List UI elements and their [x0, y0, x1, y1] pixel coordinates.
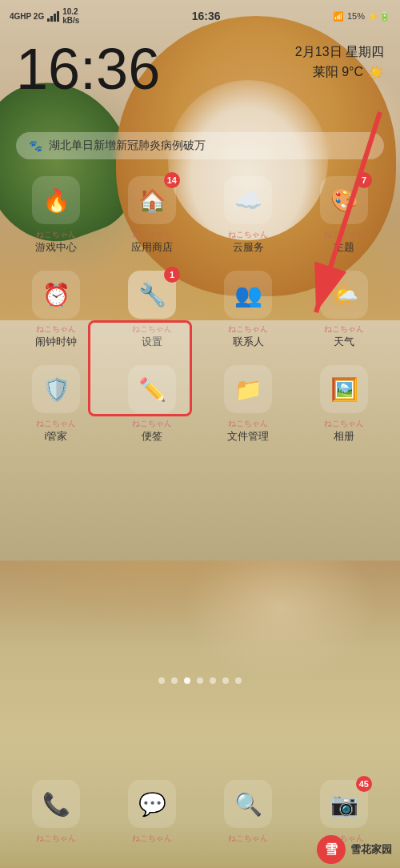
- app-sublabel-notes: ねこちゃん: [132, 418, 172, 429]
- app-icon-contacts: 👥: [224, 271, 272, 319]
- dock-messages[interactable]: 💬 ねこちゃん: [112, 780, 192, 844]
- app-icon-wrapper-game: 🔥: [32, 176, 80, 224]
- app-clock[interactable]: ⏰ ねこちゃん 闹钟时钟: [16, 271, 96, 349]
- status-time: 16:36: [192, 10, 221, 22]
- app-row-3: 🛡️ ねこちゃん i管家 ✏️ ねこちゃん 便签 📁 ねこちゃん 文件管理 🖼️…: [8, 365, 392, 444]
- app-security[interactable]: 🛡️ ねこちゃん i管家: [16, 365, 96, 444]
- app-label-gallery: 相册: [334, 429, 354, 444]
- dock-icon-wrapper-phone: 📞: [32, 780, 80, 828]
- app-label-cloud: 云服务: [233, 240, 264, 255]
- app-sublabel-theme: ねこちゃん: [324, 229, 364, 240]
- dock-icon-wrapper-camera: 📷 45: [320, 780, 368, 828]
- weather-location-temp: 莱阳 9°C: [313, 64, 363, 81]
- dock-camera[interactable]: 📷 45 ねこちゃん: [304, 780, 384, 844]
- badge-appstore: 14: [164, 172, 180, 188]
- app-label-notes: 便签: [142, 429, 162, 444]
- page-dot-6[interactable]: [222, 677, 229, 684]
- dock-phone[interactable]: 📞 ねこちゃん: [16, 780, 96, 844]
- app-icon-wrapper-gallery: 🖼️: [320, 365, 368, 413]
- battery-level: 15%: [347, 11, 365, 21]
- status-bar: 4GHP 2G 10.2kB/s 16:36 📶 15% ⚡🔋: [0, 0, 400, 32]
- dock-icon-phone: 📞: [32, 780, 80, 828]
- app-sublabel-appstore: ねこちゃん: [132, 229, 172, 240]
- settings-highlight-box: [88, 320, 192, 416]
- app-label-theme: 主题: [334, 240, 354, 255]
- app-sublabel-clock: ねこちゃん: [36, 323, 76, 335]
- news-icon: 🐾: [29, 139, 42, 152]
- app-sublabel-game: ねこちゃん: [36, 229, 76, 240]
- wifi-icon: 📶: [333, 11, 344, 22]
- weather-display: 莱阳 9°C ☀️: [295, 64, 384, 81]
- dock-sublabel-phone: ねこちゃん: [36, 833, 76, 844]
- app-sublabel-files: ねこちゃん: [228, 418, 268, 429]
- dock-icon-wrapper-browser: 🔍: [224, 780, 272, 828]
- status-left: 4GHP 2G 10.2kB/s: [10, 7, 79, 25]
- app-contacts[interactable]: 👥 ねこちゃん 联系人: [208, 271, 288, 349]
- app-icon-wrapper-theme: 🎨 7: [320, 176, 368, 224]
- dock-sublabel-browser: ねこちゃん: [228, 833, 268, 844]
- app-icon-wrapper-cloud: ☁️: [224, 176, 272, 224]
- app-label-weather: 天气: [334, 335, 354, 349]
- app-icon-clock: ⏰: [32, 271, 80, 319]
- page-dot-7[interactable]: [235, 677, 242, 684]
- app-label-security: i管家: [45, 429, 68, 444]
- app-label-clock: 闹钟时钟: [35, 335, 77, 349]
- app-appstore[interactable]: 🏠 14 ねこちゃん 应用商店: [112, 176, 192, 255]
- signal-bars: [47, 10, 59, 22]
- app-row-2: ⏰ ねこちゃん 闹钟时钟 🔧 1 ねこちゃん 设置 👥 ねこちゃん 联系人 🌤️…: [8, 271, 392, 349]
- app-label-appstore: 应用商店: [131, 240, 173, 255]
- status-right: 📶 15% ⚡🔋: [333, 11, 390, 22]
- app-grid: 🔥 ねこちゃん 游戏中心 🏠 14 ねこちゃん 应用商店 ☁️ ねこちゃん 云服…: [0, 176, 400, 460]
- watermark-logo: 雪: [317, 835, 346, 864]
- app-icon-gallery: 🖼️: [320, 365, 368, 413]
- dock-icon-browser: 🔍: [224, 780, 272, 828]
- page-dot-4[interactable]: [197, 677, 203, 684]
- page-dots: [0, 677, 400, 684]
- app-icon-wrapper-clock: ⏰: [32, 271, 80, 319]
- app-icon-security: 🛡️: [32, 365, 80, 413]
- page-dot-2[interactable]: [171, 677, 178, 684]
- watermark-site: 雪花家园: [350, 842, 392, 857]
- app-label-contacts: 联系人: [233, 335, 264, 349]
- page-dot-1[interactable]: [158, 677, 165, 684]
- app-icon-wrapper-security: 🛡️: [32, 365, 80, 413]
- data-speed: 10.2kB/s: [62, 7, 79, 25]
- clock-time: 16:36: [16, 40, 160, 98]
- app-sublabel-cloud: ねこちゃん: [228, 229, 268, 240]
- time-display: 16:36: [16, 40, 160, 98]
- app-files[interactable]: 📁 ねこちゃん 文件管理: [208, 365, 288, 444]
- watermark-logo-char: 雪: [325, 842, 338, 858]
- watermark: 雪 雪花家园: [317, 835, 392, 864]
- app-icon-wrapper-appstore: 🏠 14: [128, 176, 176, 224]
- dock-row: 📞 ねこちゃん 💬 ねこちゃん 🔍 ねこちゃん 📷 45 ねこちゃん: [8, 780, 392, 844]
- app-icon-files: 📁: [224, 365, 272, 413]
- page-dot-3[interactable]: [184, 677, 190, 684]
- news-ticker[interactable]: 🐾 湖北单日新增新冠肺炎病例破万: [16, 132, 384, 159]
- dock-browser[interactable]: 🔍 ねこちゃん: [208, 780, 288, 844]
- app-icon-wrapper-weather: 🌤️: [320, 271, 368, 319]
- page-dot-5[interactable]: [210, 677, 216, 684]
- app-sublabel-gallery: ねこちゃん: [324, 418, 364, 429]
- weather-sun-icon: ☀️: [368, 65, 384, 80]
- app-sublabel-security: ねこちゃん: [36, 418, 76, 429]
- battery-icon: ⚡🔋: [368, 11, 390, 22]
- app-row-1: 🔥 ねこちゃん 游戏中心 🏠 14 ねこちゃん 应用商店 ☁️ ねこちゃん 云服…: [8, 176, 392, 255]
- app-icon-weather: 🌤️: [320, 271, 368, 319]
- badge-camera: 45: [356, 776, 372, 792]
- badge-theme: 7: [356, 172, 372, 188]
- app-gallery[interactable]: 🖼️ ねこちゃん 相册: [304, 365, 384, 444]
- app-theme[interactable]: 🎨 7 ねこちゃん 主题: [304, 176, 384, 255]
- app-game-center[interactable]: 🔥 ねこちゃん 游戏中心: [16, 176, 96, 255]
- app-weather[interactable]: 🌤️ ねこちゃん 天气: [304, 271, 384, 349]
- bottom-dock: 📞 ねこちゃん 💬 ねこちゃん 🔍 ねこちゃん 📷 45 ねこちゃん: [0, 780, 400, 844]
- app-sublabel-weather: ねこちゃん: [324, 323, 364, 335]
- date-weather-block: 2月13日 星期四 莱阳 9°C ☀️: [295, 44, 384, 81]
- news-text: 湖北单日新增新冠肺炎病例破万: [49, 139, 206, 153]
- app-icon-game: 🔥: [32, 176, 80, 224]
- network-indicator: 4GHP 2G: [10, 12, 44, 21]
- app-icon-wrapper-contacts: 👥: [224, 271, 272, 319]
- app-cloud[interactable]: ☁️ ねこちゃん 云服务: [208, 176, 288, 255]
- dock-icon-messages: 💬: [128, 780, 176, 828]
- app-sublabel-contacts: ねこちゃん: [228, 323, 268, 335]
- app-icon-cloud: ☁️: [224, 176, 272, 224]
